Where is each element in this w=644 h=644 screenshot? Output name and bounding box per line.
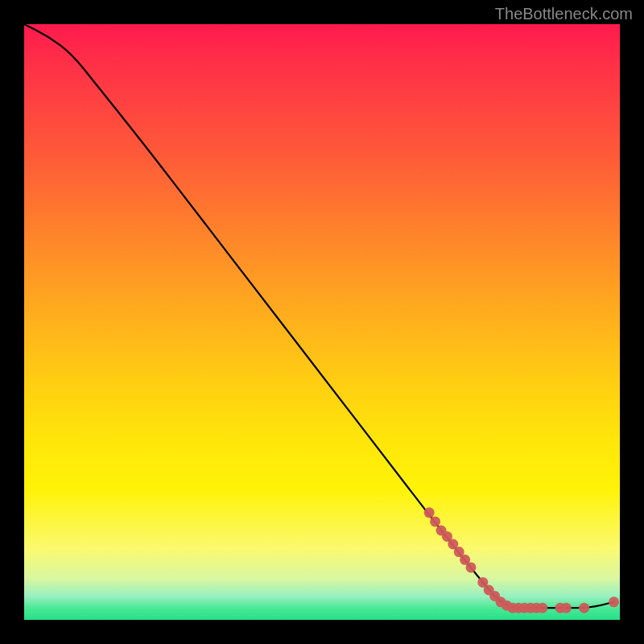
- highlight-dot: [424, 507, 435, 518]
- plot-area: [24, 24, 620, 620]
- curve-line: [24, 24, 614, 608]
- highlight-dot: [561, 603, 572, 613]
- highlight-dot: [466, 562, 477, 572]
- highlight-dot: [579, 603, 589, 613]
- highlight-dot: [609, 597, 619, 607]
- source-label: TheBottleneck.com: [495, 5, 633, 23]
- highlight-dot: [430, 516, 440, 526]
- highlight-dots-group: [424, 507, 619, 613]
- chart-curve: [24, 24, 620, 620]
- highlight-dot: [537, 603, 547, 613]
